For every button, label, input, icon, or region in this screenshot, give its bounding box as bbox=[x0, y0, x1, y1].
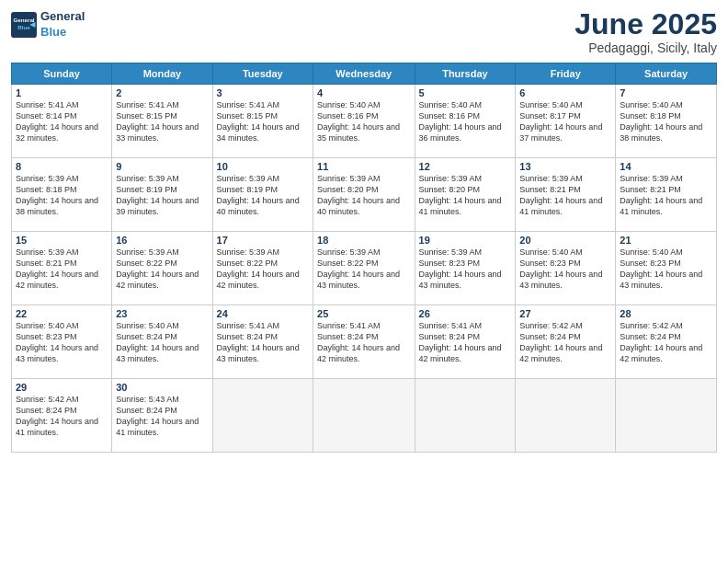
calendar-cell: 16 Sunrise: 5:39 AM Sunset: 8:22 PM Dayl… bbox=[112, 232, 212, 305]
day-info: Sunrise: 5:39 AM Sunset: 8:23 PM Dayligh… bbox=[419, 247, 512, 292]
day-info: Sunrise: 5:39 AM Sunset: 8:20 PM Dayligh… bbox=[317, 173, 410, 218]
day-info: Sunrise: 5:40 AM Sunset: 8:16 PM Dayligh… bbox=[317, 99, 410, 144]
day-number: 13 bbox=[519, 161, 611, 172]
day-number: 15 bbox=[16, 235, 108, 246]
calendar-cell: 5 Sunrise: 5:40 AM Sunset: 8:16 PM Dayli… bbox=[415, 85, 516, 158]
day-info: Sunrise: 5:39 AM Sunset: 8:21 PM Dayligh… bbox=[519, 173, 611, 218]
calendar-cell: 13 Sunrise: 5:39 AM Sunset: 8:21 PM Dayl… bbox=[516, 158, 616, 232]
day-number: 12 bbox=[419, 161, 512, 172]
day-number: 30 bbox=[116, 382, 208, 393]
day-number: 18 bbox=[317, 235, 410, 246]
calendar-cell bbox=[313, 379, 415, 453]
day-info: Sunrise: 5:41 AM Sunset: 8:14 PM Dayligh… bbox=[16, 99, 108, 144]
day-number: 2 bbox=[116, 87, 208, 98]
day-of-week-header: Friday bbox=[516, 63, 616, 85]
day-info: Sunrise: 5:39 AM Sunset: 8:21 PM Dayligh… bbox=[620, 173, 712, 218]
calendar-cell: 27 Sunrise: 5:42 AM Sunset: 8:24 PM Dayl… bbox=[516, 305, 616, 379]
calendar-cell: 30 Sunrise: 5:43 AM Sunset: 8:24 PM Dayl… bbox=[112, 379, 212, 453]
calendar-cell: 22 Sunrise: 5:40 AM Sunset: 8:23 PM Dayl… bbox=[12, 305, 112, 379]
title-block: June 2025 Pedagaggi, Sicily, Italy bbox=[574, 9, 717, 55]
calendar-cell: 11 Sunrise: 5:39 AM Sunset: 8:20 PM Dayl… bbox=[313, 158, 415, 232]
day-info: Sunrise: 5:39 AM Sunset: 8:21 PM Dayligh… bbox=[16, 247, 108, 292]
calendar-cell bbox=[212, 379, 313, 453]
day-info: Sunrise: 5:41 AM Sunset: 8:24 PM Dayligh… bbox=[217, 320, 309, 365]
calendar-cell: 18 Sunrise: 5:39 AM Sunset: 8:22 PM Dayl… bbox=[313, 232, 415, 305]
day-number: 26 bbox=[419, 308, 512, 319]
day-number: 23 bbox=[116, 308, 208, 319]
calendar-week-row: 1 Sunrise: 5:41 AM Sunset: 8:14 PM Dayli… bbox=[12, 85, 717, 158]
day-info: Sunrise: 5:41 AM Sunset: 8:24 PM Dayligh… bbox=[317, 320, 410, 365]
day-info: Sunrise: 5:42 AM Sunset: 8:24 PM Dayligh… bbox=[620, 320, 712, 365]
calendar-cell: 10 Sunrise: 5:39 AM Sunset: 8:19 PM Dayl… bbox=[212, 158, 313, 232]
day-info: Sunrise: 5:41 AM Sunset: 8:15 PM Dayligh… bbox=[116, 99, 208, 144]
day-info: Sunrise: 5:42 AM Sunset: 8:24 PM Dayligh… bbox=[519, 320, 611, 365]
day-info: Sunrise: 5:40 AM Sunset: 8:23 PM Dayligh… bbox=[620, 247, 712, 292]
calendar-cell: 7 Sunrise: 5:40 AM Sunset: 8:18 PM Dayli… bbox=[616, 85, 717, 158]
calendar-cell: 29 Sunrise: 5:42 AM Sunset: 8:24 PM Dayl… bbox=[12, 379, 112, 453]
svg-text:General: General bbox=[13, 17, 34, 23]
calendar-cell bbox=[616, 379, 717, 453]
day-info: Sunrise: 5:40 AM Sunset: 8:17 PM Dayligh… bbox=[519, 99, 611, 144]
day-info: Sunrise: 5:39 AM Sunset: 8:22 PM Dayligh… bbox=[116, 247, 208, 292]
calendar-table: SundayMondayTuesdayWednesdayThursdayFrid… bbox=[11, 63, 717, 453]
calendar-cell: 9 Sunrise: 5:39 AM Sunset: 8:19 PM Dayli… bbox=[112, 158, 212, 232]
header: General Blue GeneralBlue June 2025 Pedag… bbox=[11, 9, 717, 55]
day-of-week-header: Thursday bbox=[415, 63, 516, 85]
day-number: 11 bbox=[317, 161, 410, 172]
calendar-cell: 3 Sunrise: 5:41 AM Sunset: 8:15 PM Dayli… bbox=[212, 85, 313, 158]
day-number: 17 bbox=[217, 235, 309, 246]
month-title: June 2025 bbox=[574, 9, 717, 39]
calendar-cell: 8 Sunrise: 5:39 AM Sunset: 8:18 PM Dayli… bbox=[12, 158, 112, 232]
calendar-cell: 25 Sunrise: 5:41 AM Sunset: 8:24 PM Dayl… bbox=[313, 305, 415, 379]
day-info: Sunrise: 5:40 AM Sunset: 8:23 PM Dayligh… bbox=[519, 247, 611, 292]
calendar-cell: 24 Sunrise: 5:41 AM Sunset: 8:24 PM Dayl… bbox=[212, 305, 313, 379]
logo-text: GeneralBlue bbox=[40, 9, 85, 40]
calendar-cell: 19 Sunrise: 5:39 AM Sunset: 8:23 PM Dayl… bbox=[415, 232, 516, 305]
day-number: 7 bbox=[620, 87, 712, 98]
calendar-cell: 12 Sunrise: 5:39 AM Sunset: 8:20 PM Dayl… bbox=[415, 158, 516, 232]
calendar-cell bbox=[516, 379, 616, 453]
calendar-week-row: 8 Sunrise: 5:39 AM Sunset: 8:18 PM Dayli… bbox=[12, 158, 717, 232]
day-number: 21 bbox=[620, 235, 712, 246]
calendar-cell: 23 Sunrise: 5:40 AM Sunset: 8:24 PM Dayl… bbox=[112, 305, 212, 379]
day-number: 14 bbox=[620, 161, 712, 172]
logo-icon: General Blue bbox=[11, 12, 37, 38]
calendar-cell: 26 Sunrise: 5:41 AM Sunset: 8:24 PM Dayl… bbox=[415, 305, 516, 379]
calendar-week-row: 29 Sunrise: 5:42 AM Sunset: 8:24 PM Dayl… bbox=[12, 379, 717, 453]
calendar-week-row: 15 Sunrise: 5:39 AM Sunset: 8:21 PM Dayl… bbox=[12, 232, 717, 305]
day-info: Sunrise: 5:39 AM Sunset: 8:19 PM Dayligh… bbox=[116, 173, 208, 218]
svg-text:Blue: Blue bbox=[17, 24, 30, 30]
day-number: 16 bbox=[116, 235, 208, 246]
day-info: Sunrise: 5:39 AM Sunset: 8:20 PM Dayligh… bbox=[419, 173, 512, 218]
day-number: 5 bbox=[419, 87, 512, 98]
calendar-cell bbox=[415, 379, 516, 453]
day-info: Sunrise: 5:41 AM Sunset: 8:24 PM Dayligh… bbox=[419, 320, 512, 365]
day-number: 3 bbox=[217, 87, 309, 98]
calendar-cell: 28 Sunrise: 5:42 AM Sunset: 8:24 PM Dayl… bbox=[616, 305, 717, 379]
day-info: Sunrise: 5:39 AM Sunset: 8:18 PM Dayligh… bbox=[16, 173, 108, 218]
day-number: 20 bbox=[519, 235, 611, 246]
day-info: Sunrise: 5:40 AM Sunset: 8:23 PM Dayligh… bbox=[16, 320, 108, 365]
day-of-week-header: Monday bbox=[112, 63, 212, 85]
logo: General Blue GeneralBlue bbox=[11, 9, 85, 40]
day-of-week-header: Wednesday bbox=[313, 63, 415, 85]
day-info: Sunrise: 5:42 AM Sunset: 8:24 PM Dayligh… bbox=[16, 394, 108, 439]
day-number: 27 bbox=[519, 308, 611, 319]
calendar-cell: 20 Sunrise: 5:40 AM Sunset: 8:23 PM Dayl… bbox=[516, 232, 616, 305]
day-number: 10 bbox=[217, 161, 309, 172]
day-number: 24 bbox=[217, 308, 309, 319]
calendar-cell: 1 Sunrise: 5:41 AM Sunset: 8:14 PM Dayli… bbox=[12, 85, 112, 158]
day-info: Sunrise: 5:41 AM Sunset: 8:15 PM Dayligh… bbox=[217, 99, 309, 144]
day-info: Sunrise: 5:40 AM Sunset: 8:24 PM Dayligh… bbox=[116, 320, 208, 365]
calendar-week-row: 22 Sunrise: 5:40 AM Sunset: 8:23 PM Dayl… bbox=[12, 305, 717, 379]
location: Pedagaggi, Sicily, Italy bbox=[574, 40, 717, 55]
calendar-cell: 15 Sunrise: 5:39 AM Sunset: 8:21 PM Dayl… bbox=[12, 232, 112, 305]
day-info: Sunrise: 5:39 AM Sunset: 8:22 PM Dayligh… bbox=[317, 247, 410, 292]
calendar-cell: 21 Sunrise: 5:40 AM Sunset: 8:23 PM Dayl… bbox=[616, 232, 717, 305]
day-number: 25 bbox=[317, 308, 410, 319]
calendar-cell: 6 Sunrise: 5:40 AM Sunset: 8:17 PM Dayli… bbox=[516, 85, 616, 158]
day-info: Sunrise: 5:39 AM Sunset: 8:22 PM Dayligh… bbox=[217, 247, 309, 292]
day-number: 6 bbox=[519, 87, 611, 98]
day-of-week-header: Sunday bbox=[12, 63, 112, 85]
calendar-cell: 4 Sunrise: 5:40 AM Sunset: 8:16 PM Dayli… bbox=[313, 85, 415, 158]
